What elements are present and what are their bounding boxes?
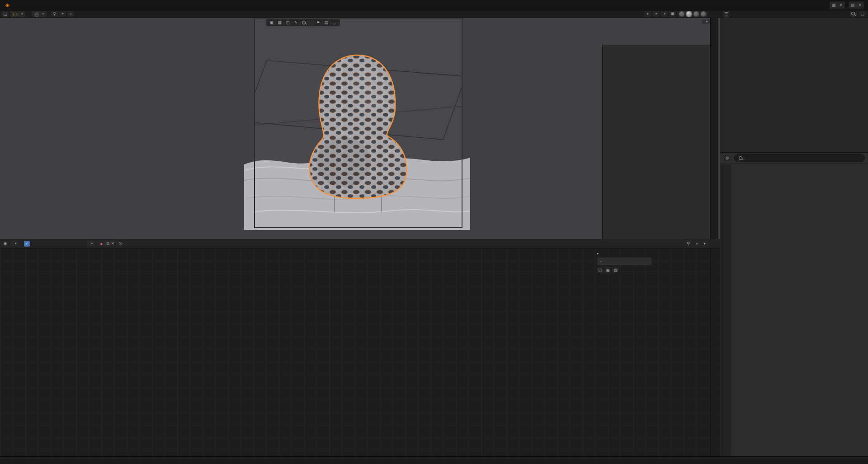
chevron-down-icon: ▾	[706, 20, 708, 23]
checkbox-icon: ✓	[24, 241, 30, 247]
chevron-down-icon: ▾	[597, 252, 599, 256]
snapping-icons: ⚲ ⌖ ○	[51, 11, 74, 17]
tool-option-icon[interactable]: ▤	[612, 267, 619, 273]
properties-tab-column	[720, 164, 731, 457]
search-icon[interactable]	[301, 20, 307, 26]
gizmo-toggle-icon[interactable]: ⌖	[653, 11, 660, 17]
tool-option-icon[interactable]: ▣	[604, 267, 611, 273]
local-view-icon[interactable]: ◫	[284, 20, 291, 26]
topbar-right: ▦ ✕ ▤ ✕	[829, 1, 868, 9]
viewlayer-icon: ▤	[851, 3, 855, 7]
scene-selector[interactable]: ▦ ✕	[829, 1, 845, 9]
orientation-dropdown[interactable]: ◎ ▾	[32, 11, 47, 17]
close-icon[interactable]: ✕	[111, 241, 115, 246]
shading-mode-switch	[677, 11, 708, 17]
mode-icon: ▢	[13, 11, 18, 17]
select-box-icon: ◦	[600, 259, 602, 264]
viewlayer-unlink-icon[interactable]: ✕	[858, 3, 862, 7]
shader-editor-header: ◉ ▾ ✓ ▾ ● ⧉ ✕ ☉ ⚲ ◑ ▾	[0, 239, 720, 248]
viewport-sidebar-tabs	[710, 18, 718, 239]
annotate-layer-icon[interactable]: ✎	[292, 20, 299, 26]
editor-type-icon[interactable]: ◉	[2, 241, 9, 247]
node-editor-tool-panel: ▾ ◦ ▢ ▣ ▤	[597, 252, 652, 273]
viewport-3d[interactable]: ▣ ▦ ◫ ✎ ⚑ ▤ ◡ ▾	[0, 18, 720, 239]
filter-icon[interactable]: ◡	[859, 11, 866, 17]
active-tool-button[interactable]: ◦	[597, 257, 652, 266]
shading-solid-icon[interactable]	[686, 11, 692, 17]
magnet-icon[interactable]: ⚲	[51, 11, 58, 17]
scene-icon: ▦	[832, 3, 836, 7]
material-icon: ●	[100, 241, 103, 246]
xray-toggle-icon[interactable]: ▣	[669, 11, 676, 17]
topbar: ◈ ▦ ✕ ▤ ✕	[0, 0, 868, 10]
search-icon	[738, 156, 743, 161]
scene-unlink-icon[interactable]: ✕	[839, 3, 843, 7]
chevron-down-icon: ▾	[21, 12, 23, 16]
origin-icon[interactable]: ▣	[268, 20, 275, 26]
status-bar	[0, 456, 868, 464]
use-nodes-checkbox[interactable]: ✓	[24, 241, 33, 247]
outliner: ☰ ◡	[720, 10, 868, 152]
material-datablock[interactable]: ● ⧉ ✕	[97, 240, 117, 247]
chevron-down-icon: ▾	[91, 242, 93, 245]
shading-wireframe-icon[interactable]	[679, 11, 684, 17]
shader-editor: ◉ ▾ ✓ ▾ ● ⧉ ✕ ☉ ⚲ ◑ ▾ ▾	[0, 239, 720, 457]
viewport-overlay-bar: ▣ ▦ ◫ ✎ ⚑ ▤ ◡	[266, 19, 340, 26]
material-slot-dropdown[interactable]: ▾	[87, 240, 96, 247]
list-icon[interactable]: ▤	[323, 20, 330, 26]
shading-material-icon[interactable]	[693, 11, 699, 17]
tool-option-icon[interactable]: ▢	[597, 267, 604, 273]
overlays-toggle-icon[interactable]: ◑	[693, 241, 700, 247]
chevron-down-icon: ▾	[15, 242, 17, 245]
properties-header: ⚙	[720, 153, 868, 164]
globe-icon: ◎	[34, 11, 38, 17]
right-column: ☰ ◡ ⚙	[720, 10, 868, 457]
editor-type-icon[interactable]: ◱	[2, 11, 9, 17]
chevron-down-icon[interactable]: ▾	[701, 241, 708, 247]
overlays-toggle-icon[interactable]: ◑	[661, 11, 668, 17]
editor-type-icon[interactable]: ⚙	[724, 155, 731, 161]
node-canvas[interactable]: ▾ ◦ ▢ ▣ ▤	[0, 248, 720, 457]
visibility-dropdown-icon[interactable]: ◐	[645, 11, 651, 17]
properties-search-input[interactable]	[734, 154, 865, 162]
viewport-sidebar	[602, 45, 711, 239]
collection-visibility-icon[interactable]: ▦	[276, 20, 283, 26]
search-icon[interactable]	[850, 11, 857, 17]
properties-body	[731, 164, 868, 457]
mode-dropdown[interactable]: ▢ ▾	[10, 11, 25, 17]
shading-rendered-icon[interactable]	[701, 11, 706, 17]
blender-logo-icon[interactable]: ◈	[3, 1, 12, 9]
viewport-header-right: ◐ ⌖ ◑ ▣	[645, 11, 720, 17]
snap-target-icon[interactable]: ⌖	[59, 11, 66, 17]
proportional-edit-icon[interactable]: ○	[67, 11, 74, 17]
chevron-down-icon: ▾	[42, 12, 44, 16]
pin-icon[interactable]: ☉	[117, 241, 124, 247]
shader-type-dropdown[interactable]: ▾	[10, 240, 19, 247]
duplicate-icon[interactable]: ⧉	[106, 241, 109, 246]
viewport-options-button[interactable]: ▾	[702, 19, 710, 24]
magnet-icon[interactable]: ⚲	[685, 241, 692, 247]
viewport-header: ◱ ▢ ▾ ◎ ▾ ⚲ ⌖ ○ ◐ ⌖ ◑ ▣	[0, 10, 720, 18]
viewlayer-selector[interactable]: ▤ ✕	[848, 1, 864, 9]
flag-icon[interactable]: ⚑	[315, 20, 321, 26]
filter-icon[interactable]: ◡	[331, 20, 338, 26]
editor-type-icon[interactable]: ☰	[723, 11, 730, 17]
shader-editor-sidebar-tabs	[710, 248, 718, 457]
node-links	[0, 248, 136, 316]
properties-editor: ⚙	[720, 152, 868, 457]
outliner-header: ☰ ◡	[720, 10, 868, 18]
